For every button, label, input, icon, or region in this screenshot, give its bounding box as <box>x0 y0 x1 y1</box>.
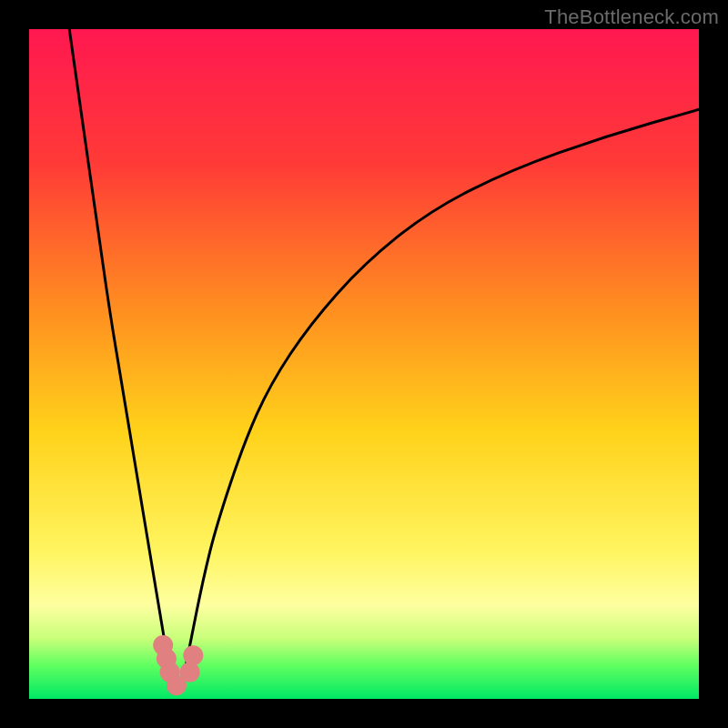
data-marker <box>183 645 203 665</box>
chart-frame: TheBottleneck.com <box>0 0 728 728</box>
plot-area <box>29 29 699 699</box>
bottleneck-curve <box>29 29 699 699</box>
watermark-text: TheBottleneck.com <box>544 5 719 29</box>
data-marker <box>180 662 200 682</box>
